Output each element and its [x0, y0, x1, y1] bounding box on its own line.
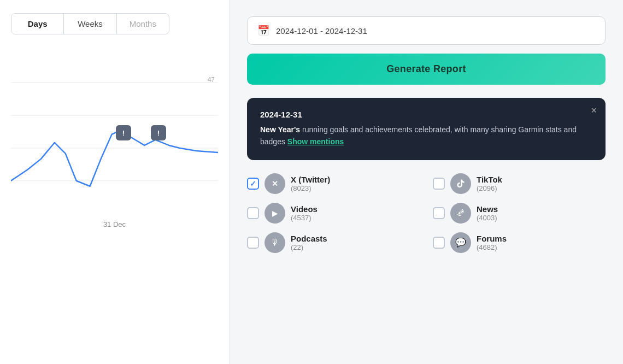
calendar-icon: 📅	[257, 25, 269, 37]
generate-report-button[interactable]: Generate Report	[247, 54, 606, 85]
time-toggle: Days Weeks Months	[11, 13, 169, 34]
tooltip-body: New Year's running goals and achievement…	[260, 124, 592, 148]
news-count: (4003)	[477, 214, 498, 222]
weeks-button[interactable]: Weeks	[64, 14, 116, 34]
tiktok-name: TikTok	[477, 175, 502, 184]
event-tooltip-card: × 2024-12-31 New Year's running goals an…	[247, 98, 606, 160]
videos-info: Videos (4537)	[291, 204, 318, 222]
tiktok-info: TikTok (2096)	[477, 175, 502, 192]
forums-info: Forums (4682)	[477, 234, 507, 251]
podcasts-count: (22)	[291, 243, 327, 251]
chart-y-label: 47	[208, 76, 215, 84]
videos-count: (4537)	[291, 214, 318, 222]
podcasts-icon: 🎙	[265, 232, 285, 253]
news-icon: 🗞	[450, 203, 471, 224]
days-button[interactable]: Days	[11, 14, 64, 34]
months-button[interactable]: Months	[117, 14, 169, 34]
forums-name: Forums	[477, 234, 507, 243]
videos-checkbox[interactable]	[247, 207, 259, 219]
twitter-count: (8023)	[291, 184, 330, 192]
podcasts-checkbox[interactable]	[247, 237, 259, 249]
podcasts-name: Podcasts	[291, 234, 327, 243]
chart-area: ! ! 47 31 Dec	[11, 50, 218, 236]
platform-item-twitter: ✕ X (Twitter) (8023)	[247, 173, 420, 194]
platform-item-podcasts: 🎙 Podcasts (22)	[247, 232, 420, 253]
tiktok-icon	[450, 173, 471, 194]
twitter-checkbox[interactable]	[247, 178, 259, 190]
platform-item-tiktok: TikTok (2096)	[433, 173, 606, 194]
right-panel: 📅 2024-12-01 - 2024-12-31 Generate Repor…	[230, 0, 623, 364]
show-mentions-link[interactable]: Show mentions	[287, 137, 344, 146]
twitter-info: X (Twitter) (8023)	[291, 175, 330, 192]
forums-icon: 💬	[450, 232, 471, 253]
videos-icon: ▶	[265, 203, 285, 224]
tiktok-count: (2096)	[477, 184, 502, 192]
tooltip-close-button[interactable]: ×	[591, 105, 597, 115]
twitter-icon: ✕	[265, 173, 285, 194]
tooltip-bold-text: New Year's	[260, 125, 300, 134]
left-panel: Days Weeks Months ! ! 47 31 Dec	[0, 0, 230, 364]
chart-svg	[11, 50, 218, 214]
news-info: News (4003)	[477, 204, 498, 222]
forums-checkbox[interactable]	[433, 237, 445, 249]
platform-item-forums: 💬 Forums (4682)	[433, 232, 606, 253]
twitter-name: X (Twitter)	[291, 175, 330, 184]
news-checkbox[interactable]	[433, 207, 445, 219]
platform-item-news: 🗞 News (4003)	[433, 203, 606, 224]
alert-marker-2: !	[151, 125, 166, 140]
videos-name: Videos	[291, 204, 318, 214]
tiktok-checkbox[interactable]	[433, 178, 445, 190]
forums-count: (4682)	[477, 243, 507, 251]
platform-item-videos: ▶ Videos (4537)	[247, 203, 420, 224]
chart-x-label: 31 Dec	[11, 220, 218, 228]
platform-grid: ✕ X (Twitter) (8023) TikTok (2096) ▶ Vid…	[247, 173, 606, 253]
alert-marker-1: !	[116, 125, 131, 140]
tooltip-date: 2024-12-31	[260, 110, 592, 119]
podcasts-info: Podcasts (22)	[291, 234, 327, 251]
news-name: News	[477, 204, 498, 214]
date-range-text: 2024-12-01 - 2024-12-31	[276, 26, 367, 36]
date-input-row[interactable]: 📅 2024-12-01 - 2024-12-31	[247, 16, 606, 45]
